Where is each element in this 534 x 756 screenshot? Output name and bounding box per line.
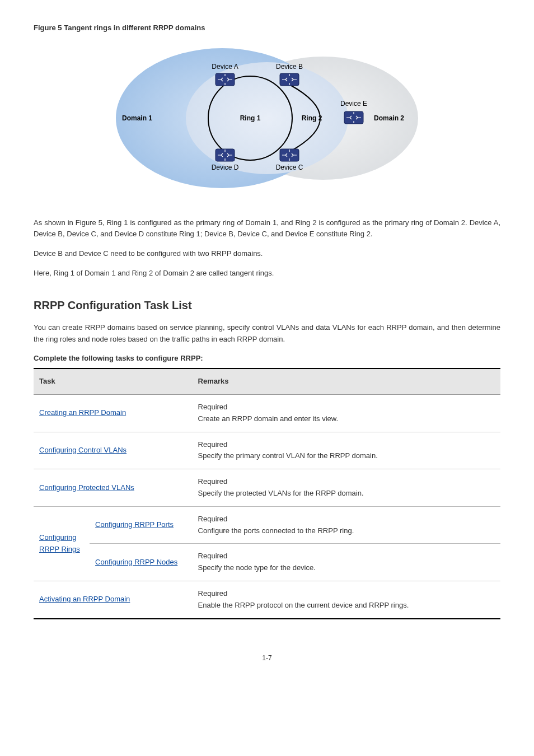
remarks-cell: Required Specify the primary control VLA… [193,432,500,469]
paragraph-2: Device B and Device C need to be configu… [34,248,500,260]
remarks-cell: Required Create an RRPP domain and enter… [193,394,500,432]
task-sublink[interactable]: Configuring RRPP Nodes [95,558,177,566]
paragraph-4: You can create RRPP domains based on ser… [34,322,500,346]
device-d-icon [216,149,235,161]
paragraph-3: Here, Ring 1 of Domain 1 and Ring 2 of D… [34,268,500,279]
table-row: Configuring RRPP Nodes Required Specify … [34,544,500,581]
remarks-cell: Required Enable the RRPP protocol on the… [193,581,500,618]
diagram-svg: Device A Device B Device C Device D Devi… [110,40,424,197]
remarks-cell: Required Configure the ports connected t… [193,506,500,544]
device-d-label: Device D [212,164,239,171]
device-a-icon [216,73,235,86]
col-task: Task [34,368,193,394]
device-a-label: Device A [212,63,238,71]
remarks-cell: Required Specify the protected VLANs for… [193,469,500,507]
col-remarks: Remarks [193,368,500,394]
paragraph-1: As shown in Figure 5, Ring 1 is configur… [34,217,500,241]
task-link[interactable]: Activating an RRPP Domain [39,595,130,603]
table-header-row: Task Remarks [34,368,500,394]
figure-caption: Figure 5 Tangent rings in different RRPP… [34,22,500,34]
domain2-label: Domain 2 [374,114,404,122]
tasks-table: Task Remarks Creating an RRPP Domain Req… [34,368,500,619]
figure-container: Device A Device B Device C Device D Devi… [34,40,500,200]
table-row: Configuring RRPP Rings Configuring RRPP … [34,506,500,544]
table-caption: Complete the following tasks to configur… [34,353,500,365]
remarks-cell: Required Specify the node type for the d… [193,544,500,581]
task-link[interactable]: Creating an RRPP Domain [39,408,126,417]
task-group-link[interactable]: Configuring RRPP Rings [39,533,80,553]
table-row: Configuring Protected VLANs Required Spe… [34,469,500,507]
domain1-label: Domain 1 [122,114,152,122]
table-row: Configuring Control VLANs Required Speci… [34,432,500,469]
svg-point-2 [186,62,348,174]
device-e-icon [344,111,363,124]
device-e-label: Device E [340,100,367,108]
section-title: RRPP Configuration Task List [34,296,500,314]
task-link[interactable]: Configuring Control VLANs [39,446,127,454]
device-c-icon [280,149,299,161]
table-row: Creating an RRPP Domain Required Create … [34,394,500,432]
task-link[interactable]: Configuring Protected VLANs [39,483,134,492]
device-b-label: Device B [276,63,303,71]
device-c-label: Device C [276,164,303,171]
ring2-label: Ring 2 [302,114,322,122]
ring1-label: Ring 1 [240,114,261,122]
device-b-icon [280,73,299,86]
task-sublink[interactable]: Configuring RRPP Ports [95,520,174,529]
page-number: 1-7 [34,653,500,664]
table-row: Activating an RRPP Domain Required Enabl… [34,581,500,618]
